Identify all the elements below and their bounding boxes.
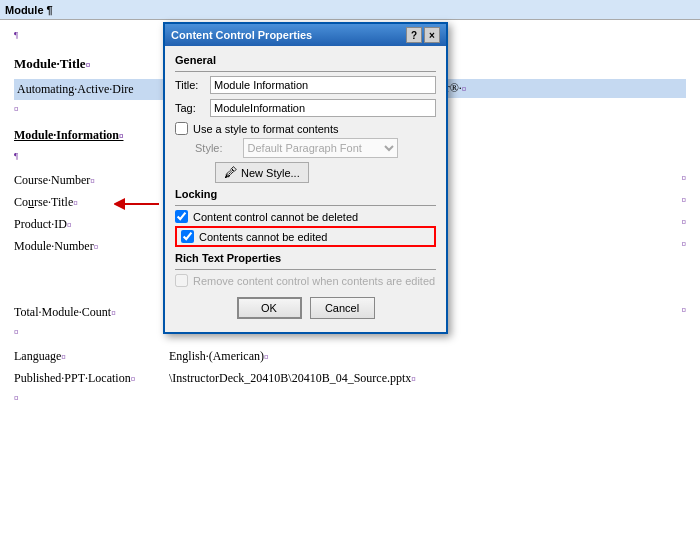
general-section-label: General (175, 54, 436, 66)
pilcrow-4: ¤ (14, 325, 19, 339)
doc-row-pilcrow5: ¤ (14, 391, 686, 411)
published-value: \InstructorDeck_20410B\20410B_04_Source.… (169, 369, 686, 388)
course-number-label: Course·Number¤ (14, 171, 169, 190)
dialog-title: Content Control Properties (171, 29, 312, 41)
doc-row-published: Published·PPT·Location¤ \InstructorDeck_… (14, 369, 686, 389)
style-select[interactable]: Default Paragraph Font (243, 138, 398, 158)
module-info-label: Module·Information¤ (14, 126, 169, 145)
remove-when-edited-row: Remove content control when contents are… (175, 274, 436, 287)
published-label: Published·PPT·Location¤ (14, 369, 169, 388)
cannot-edit-highlighted: Contents cannot be edited (175, 226, 436, 247)
title-input[interactable] (210, 76, 436, 94)
dialog-titlebar: Content Control Properties ? × (165, 24, 446, 46)
close-button[interactable]: × (424, 27, 440, 43)
content-control-dialog: Content Control Properties ? × General T… (163, 22, 448, 334)
title-field-row: Title: (175, 76, 436, 94)
style-row: Style: Default Paragraph Font (175, 138, 436, 158)
rich-text-label: Rich Text Properties (175, 252, 436, 264)
doc-row-language: Language¤ English·(American)¤ (14, 347, 686, 367)
cannot-edit-checkbox[interactable] (181, 230, 194, 243)
tag-input[interactable] (210, 99, 436, 117)
cancel-button[interactable]: Cancel (310, 297, 375, 319)
rich-text-section: Rich Text Properties Remove content cont… (175, 252, 436, 287)
tag-field-row: Tag: (175, 99, 436, 117)
total-count-pilcrow: ¤ (682, 303, 687, 317)
remove-when-edited-label: Remove content control when contents are… (193, 275, 435, 287)
title-label: Title: (175, 79, 210, 91)
pilcrow-5: ¤ (14, 391, 19, 405)
product-id-pilcrow: ¤ (682, 215, 687, 229)
language-label: Language¤ (14, 347, 169, 366)
style-label: Style: (195, 142, 223, 154)
module-title-label: Module·Title¤ (14, 54, 169, 75)
cannot-edit-row: Contents cannot be edited (181, 230, 430, 243)
rich-text-divider (175, 269, 436, 270)
dialog-titlebar-buttons: ? × (406, 27, 440, 43)
dialog-buttons: OK Cancel (175, 297, 436, 324)
dialog-body: General Title: Tag: Use a style to forma… (165, 46, 446, 332)
new-style-btn-container: 🖉 New Style... (195, 162, 436, 183)
help-button[interactable]: ? (406, 27, 422, 43)
pilcrow-a: ¤ (14, 102, 19, 116)
course-number-pilcrow: ¤ (682, 171, 687, 185)
cannot-delete-checkbox[interactable] (175, 210, 188, 223)
cannot-edit-label: Contents cannot be edited (199, 231, 327, 243)
module-number-pilcrow: ¤ (682, 237, 687, 251)
locking-section: Locking Content control cannot be delete… (175, 188, 436, 247)
document-area: Module ¶ ¶ Module·Title¤ Automating·Acti… (0, 0, 700, 550)
product-id-label: Product·ID¤ (14, 215, 169, 234)
tag-label: Tag: (175, 102, 210, 114)
use-style-row: Use a style to format contents (175, 122, 436, 135)
module-number-label: Module·Number¤ (14, 237, 169, 256)
new-style-icon: 🖉 (224, 165, 237, 180)
language-value: English·(American)¤ (169, 347, 686, 366)
new-style-label: New Style... (241, 167, 300, 179)
locking-divider (175, 205, 436, 206)
total-count-label: Total·Module·Count¤ (14, 303, 169, 322)
cannot-delete-row: Content control cannot be deleted (175, 210, 436, 223)
title-bar-label: Module ¶ (5, 4, 53, 16)
course-title-pilcrow: ¤ (682, 193, 687, 207)
pilcrow-2: ¶ (14, 149, 18, 163)
remove-when-edited-checkbox[interactable] (175, 274, 188, 287)
new-style-button[interactable]: 🖉 New Style... (215, 162, 309, 183)
general-divider (175, 71, 436, 72)
use-style-label: Use a style to format contents (193, 123, 339, 135)
use-style-checkbox[interactable] (175, 122, 188, 135)
pilcrow-1: ¶ (14, 28, 18, 42)
cannot-delete-label: Content control cannot be deleted (193, 211, 358, 223)
ok-button[interactable]: OK (237, 297, 302, 319)
title-bar: Module ¶ (0, 0, 700, 20)
red-arrow-icon (114, 195, 164, 213)
locking-label: Locking (175, 188, 436, 200)
